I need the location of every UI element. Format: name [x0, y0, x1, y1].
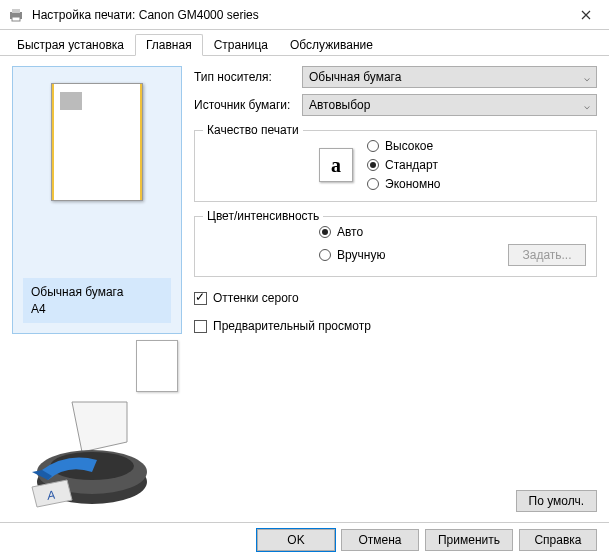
color-intensity-group: Цвет/интенсивность Авто Вручную Задать..…: [194, 216, 597, 277]
ok-button[interactable]: OK: [257, 529, 335, 551]
svg-rect-1: [12, 9, 20, 13]
tab-service[interactable]: Обслуживание: [279, 34, 384, 55]
printer-illustration: A: [12, 392, 162, 512]
preview-column: Обычная бумага A4 A: [12, 66, 182, 512]
quality-high-radio[interactable]: Высокое: [367, 139, 441, 153]
quality-sample-icon: a: [319, 148, 353, 182]
window-title: Настройка печати: Canon GM4000 series: [32, 8, 563, 22]
print-quality-label: Качество печати: [203, 123, 303, 137]
help-button[interactable]: Справка: [519, 529, 597, 551]
secondary-thumbnail: [136, 340, 178, 392]
preview-checkbox[interactable]: Предварительный просмотр: [194, 319, 597, 333]
print-quality-group: Качество печати a Высокое Стандарт Эконо…: [194, 130, 597, 202]
preview-media-label: Обычная бумага: [31, 284, 163, 301]
paper-source-value: Автовыбор: [309, 98, 370, 112]
apply-button[interactable]: Применить: [425, 529, 513, 551]
tab-content: Обычная бумага A4 A Тип носителя: Обычна…: [0, 56, 609, 522]
settings-column: Тип носителя: Обычная бумага ⌵ Источник …: [194, 66, 597, 512]
chevron-down-icon: ⌵: [584, 100, 590, 111]
preview-info: Обычная бумага A4: [23, 278, 171, 324]
paper-source-row: Источник бумаги: Автовыбор ⌵: [194, 94, 597, 116]
tab-page[interactable]: Страница: [203, 34, 279, 55]
chevron-down-icon: ⌵: [584, 72, 590, 83]
color-set-button: Задать...: [508, 244, 586, 266]
media-type-label: Тип носителя:: [194, 70, 294, 84]
media-type-select[interactable]: Обычная бумага ⌵: [302, 66, 597, 88]
color-intensity-label: Цвет/интенсивность: [203, 209, 323, 223]
paper-source-select[interactable]: Автовыбор ⌵: [302, 94, 597, 116]
media-type-row: Тип носителя: Обычная бумага ⌵: [194, 66, 597, 88]
preview-size-label: A4: [31, 301, 163, 318]
tab-quick-setup[interactable]: Быстрая установка: [6, 34, 135, 55]
close-button[interactable]: [563, 0, 609, 30]
grayscale-checkbox[interactable]: Оттенки серого: [194, 291, 597, 305]
printer-icon: [8, 7, 24, 23]
tab-main[interactable]: Главная: [135, 34, 203, 56]
color-auto-radio[interactable]: Авто: [319, 225, 586, 239]
page-preview-box: Обычная бумага A4: [12, 66, 182, 334]
titlebar: Настройка печати: Canon GM4000 series: [0, 0, 609, 30]
quality-economy-radio[interactable]: Экономно: [367, 177, 441, 191]
dialog-footer: OK Отмена Применить Справка: [0, 522, 609, 556]
media-type-value: Обычная бумага: [309, 70, 401, 84]
page-thumbnail: [51, 83, 143, 201]
svg-rect-2: [12, 17, 20, 21]
paper-source-label: Источник бумаги:: [194, 98, 294, 112]
quality-standard-radio[interactable]: Стандарт: [367, 158, 441, 172]
color-manual-radio[interactable]: Вручную: [319, 248, 500, 262]
tab-bar: Быстрая установка Главная Страница Обслу…: [0, 30, 609, 56]
cancel-button[interactable]: Отмена: [341, 529, 419, 551]
defaults-button[interactable]: По умолч.: [516, 490, 597, 512]
